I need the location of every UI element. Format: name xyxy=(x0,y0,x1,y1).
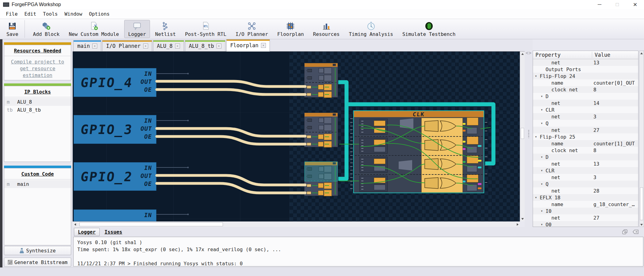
property-row[interactable]: Q xyxy=(533,181,638,187)
expand-arrow-icon[interactable] xyxy=(541,209,546,213)
panel-splitter[interactable]: <> xyxy=(525,39,533,227)
toolbar-button[interactable]: Simulate Testbench xyxy=(398,20,459,38)
ip-block-item[interactable]: tb ALU_8_tb xyxy=(4,106,71,114)
property-row[interactable]: Flip-Flop 24 xyxy=(533,73,638,79)
property-panel-scrollbar[interactable] xyxy=(639,51,644,227)
menu-item[interactable]: Tools xyxy=(40,10,61,18)
tab-close-icon[interactable] xyxy=(175,44,180,48)
custom-code-item[interactable]: m main xyxy=(4,180,71,188)
toolbar-button[interactable]: .V New Custom Module xyxy=(65,20,123,38)
menu-item[interactable]: File xyxy=(2,10,21,18)
menu-item[interactable]: Edit xyxy=(21,10,40,18)
property-row[interactable]: net 13 xyxy=(533,160,638,167)
canvas-horizontal-scrollbar[interactable] xyxy=(73,221,520,227)
expand-arrow-icon[interactable] xyxy=(541,94,546,98)
gpio-block[interactable]: GPIO_2 IN OUT OE xyxy=(74,162,156,191)
scroll-left-icon[interactable] xyxy=(74,223,77,226)
code-toggle-icon[interactable]: <> xyxy=(526,50,532,56)
property-row[interactable]: net 28 xyxy=(533,187,638,194)
scroll-up-icon[interactable] xyxy=(521,52,524,56)
property-row[interactable]: net 13 xyxy=(533,59,638,66)
splitter-grip[interactable] xyxy=(528,130,529,138)
ip-block-item[interactable]: m ALU_8 xyxy=(4,98,71,106)
gpio-block[interactable]: GPIO_1 IN xyxy=(74,209,156,221)
expand-arrow-icon[interactable] xyxy=(541,155,546,159)
canvas-vertical-scrollbar[interactable] xyxy=(520,52,525,221)
io-interface-tile[interactable] xyxy=(304,161,338,196)
property-row[interactable]: O0 xyxy=(533,221,638,227)
toolbar-button[interactable]: I/O Planner xyxy=(232,20,272,38)
editor-tab[interactable]: main xyxy=(73,40,101,51)
expand-arrow-icon[interactable] xyxy=(535,74,540,78)
property-row[interactable]: net 3 xyxy=(533,174,638,181)
scroll-down-icon[interactable] xyxy=(521,217,524,220)
toolbar-button[interactable]: Floorplan xyxy=(273,20,308,38)
toolbar-button[interactable]: RTL Post-Synth RTL xyxy=(181,20,230,38)
property-row[interactable]: net 27 xyxy=(533,214,638,221)
io-interface-tile[interactable] xyxy=(304,63,338,98)
props-scroll-up-icon[interactable] xyxy=(640,52,643,55)
toolbar-button[interactable]: Timing Analysis xyxy=(345,20,397,38)
property-row[interactable]: Output Ports xyxy=(533,66,638,73)
property-row[interactable]: CLR xyxy=(533,167,638,174)
expand-arrow-icon[interactable] xyxy=(541,108,546,112)
expand-arrow-icon[interactable] xyxy=(541,168,546,173)
maximize-button[interactable]: □ xyxy=(608,0,626,9)
property-row[interactable]: name counter[1]_OUT xyxy=(533,140,638,147)
io-interface-tile[interactable] xyxy=(304,113,338,147)
logger-tab[interactable]: Issues xyxy=(101,228,126,236)
property-row[interactable]: EFLX 18 xyxy=(533,194,638,201)
tab-close-icon[interactable] xyxy=(92,44,97,48)
compile-project-link[interactable]: Compile project to get resource estimati… xyxy=(4,56,71,81)
property-row[interactable]: clock net 8 xyxy=(533,147,638,154)
expand-arrow-icon[interactable] xyxy=(541,182,546,186)
expand-arrow-icon[interactable] xyxy=(541,222,546,227)
menu-item[interactable]: Window xyxy=(61,10,86,18)
expand-arrow-icon[interactable] xyxy=(535,195,540,200)
toolbar-button[interactable]: Save xyxy=(2,20,25,38)
logger-tab[interactable]: Logger xyxy=(74,228,100,236)
editor-tab[interactable]: I/O Planner xyxy=(102,40,152,51)
toolbar-button[interactable]: Resources xyxy=(309,20,344,38)
h-scroll-thumb[interactable] xyxy=(79,222,223,226)
editor-tab[interactable]: ALU_8_tb xyxy=(185,40,225,51)
property-row[interactable]: net 27 xyxy=(533,127,638,133)
editor-tab[interactable]: Floorplan xyxy=(226,39,270,52)
property-row[interactable]: I0 xyxy=(533,208,638,214)
synthesize-button[interactable]: Synthesize xyxy=(4,246,71,255)
copy-log-icon[interactable] xyxy=(622,229,628,235)
minimize-button[interactable]: ─ xyxy=(591,0,608,9)
property-row[interactable]: clock net 8 xyxy=(533,86,638,93)
property-row[interactable]: CLR xyxy=(533,106,638,113)
props-scroll-thumb[interactable] xyxy=(640,187,643,220)
expand-arrow-icon[interactable] xyxy=(541,121,546,125)
menu-item[interactable]: Options xyxy=(86,10,113,18)
tab-close-icon[interactable] xyxy=(143,44,148,48)
expand-arrow-icon[interactable] xyxy=(535,135,540,139)
property-row[interactable]: net 3 xyxy=(533,113,638,120)
gpio-block[interactable]: GPIO_3 IN OUT OE xyxy=(74,115,156,144)
v-scroll-thumb[interactable] xyxy=(521,128,524,139)
property-row[interactable]: Flip-Flop 25 xyxy=(533,133,638,140)
floorplan-canvas[interactable]: GPIO_4 IN OUT OE GPIO_3 IN OUT OE GPIO_2 xyxy=(73,52,520,221)
property-row[interactable]: D xyxy=(533,154,638,160)
property-row[interactable]: Q xyxy=(533,120,638,127)
property-row[interactable]: name g_18_counter_… xyxy=(533,201,638,208)
props-scroll-down-icon[interactable] xyxy=(640,223,643,226)
property-row[interactable]: D xyxy=(533,93,638,100)
property-row[interactable]: net 14 xyxy=(533,100,638,106)
clear-log-icon[interactable] xyxy=(632,229,639,235)
tab-close-icon[interactable] xyxy=(217,44,221,48)
scroll-right-icon[interactable] xyxy=(516,223,519,226)
generate-bitstream-button[interactable]: Generate Bitstream xyxy=(4,258,71,267)
clk-fabric-block[interactable]: CLK xyxy=(353,110,484,193)
close-button[interactable]: ✕ xyxy=(626,0,644,9)
toolbar-button[interactable]: Netlist xyxy=(151,20,180,38)
toolbar-button[interactable]: Add Block xyxy=(29,20,64,38)
gpio-block[interactable]: GPIO_4 IN OUT OE xyxy=(74,68,156,97)
property-row[interactable]: name counter[0]_OUT xyxy=(533,79,638,86)
log-output[interactable]: Yosys 0.10 (git sha1 ) Time spent: 1% 18… xyxy=(73,237,643,266)
editor-tab[interactable]: ALU_8 xyxy=(153,40,184,51)
toolbar-button[interactable]: Logger xyxy=(124,20,150,38)
tab-close-icon[interactable] xyxy=(261,43,266,48)
